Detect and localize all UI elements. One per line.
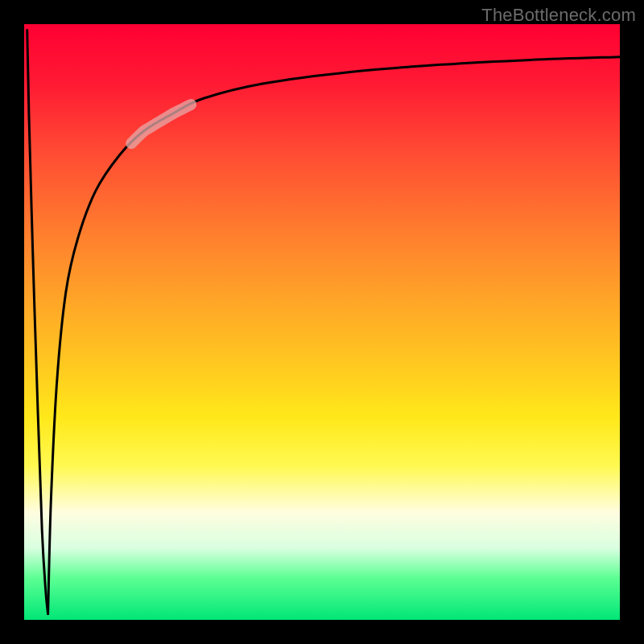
watermark-text: TheBottleneck.com bbox=[481, 5, 636, 26]
curve-left-branch bbox=[27, 30, 48, 613]
chart-frame: TheBottleneck.com bbox=[0, 0, 644, 644]
curve-highlight-segment bbox=[131, 105, 191, 143]
curve-layer bbox=[24, 24, 620, 620]
